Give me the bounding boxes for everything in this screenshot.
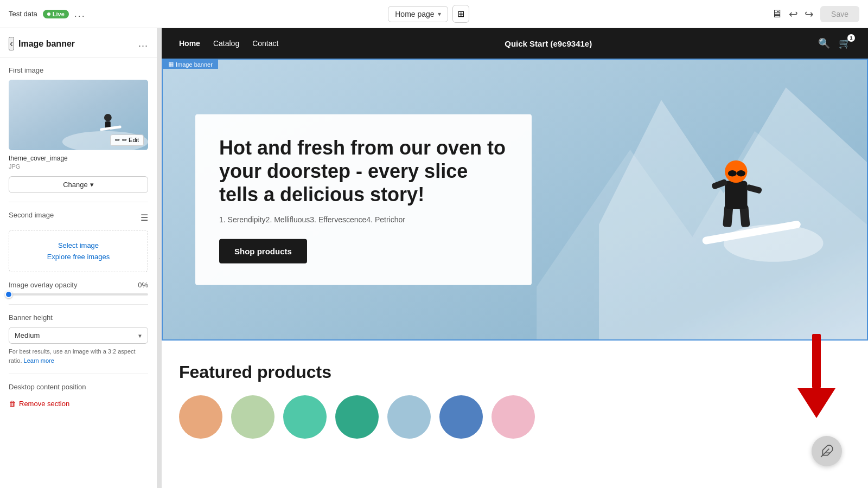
panel-menu-button[interactable]: ... <box>138 38 148 49</box>
banner-label-text: Image banner <box>176 61 213 68</box>
toolbar-center: Home page ▾ ⊞ <box>388 5 469 23</box>
redo-button[interactable]: ↪ <box>805 8 814 21</box>
remove-section-button[interactable]: 🗑 Remove section <box>9 400 69 408</box>
content-position-section: Desktop content position <box>9 383 148 391</box>
shop-preview: Home Catalog Contact Quick Start (e9c934… <box>162 28 868 488</box>
banner-section-label: ▦ Image banner <box>163 60 218 69</box>
banner-section: ▦ Image banner <box>162 59 868 341</box>
svg-rect-9 <box>725 181 747 209</box>
image-preview-wrap: ✏ ✏ Edit <box>9 80 148 150</box>
featured-title: Featured products <box>179 362 851 382</box>
trash-icon: 🗑 <box>9 400 16 408</box>
opacity-label: Image overlay opacity <box>9 281 77 289</box>
explore-free-images-link[interactable]: Explore free images <box>20 253 137 261</box>
feather-floating-button[interactable] <box>812 436 842 466</box>
helper-text: For best results, use an image with a 3:… <box>9 347 148 365</box>
panel-title: Image banner <box>18 39 75 49</box>
toolbar-left: Test data Live ... <box>9 8 86 20</box>
banner-content-box: Hot and fresh from our oven to your door… <box>195 114 532 285</box>
panel-header: ‹ Image banner ... <box>0 28 157 57</box>
banner-subtext: 1. Serendipity2. Mellifluous3. Effervesc… <box>219 215 508 223</box>
cart-badge: 1 <box>847 34 855 42</box>
product-circle-3[interactable] <box>283 395 327 439</box>
grid-icon-button[interactable]: ⊞ <box>452 5 469 23</box>
save-button[interactable]: Save <box>820 6 859 22</box>
nav-right: 🔍 🛒 1 <box>818 37 851 49</box>
page-selector[interactable]: Home page ▾ <box>388 6 448 22</box>
select-image-link[interactable]: Select image <box>20 241 137 249</box>
product-circle-7[interactable] <box>492 395 535 439</box>
preview-area: Home Catalog Contact Quick Start (e9c934… <box>162 28 868 488</box>
divider-3 <box>9 374 148 374</box>
page-selector-label: Home page <box>395 10 434 18</box>
product-circle-2[interactable] <box>231 395 275 439</box>
image-preview: ✏ ✏ Edit <box>9 80 148 150</box>
svg-point-12 <box>737 170 745 176</box>
chevron-down-icon: ▾ <box>438 10 441 18</box>
banner-height-select-wrap: Small Medium Large Adapt to first image … <box>9 327 148 344</box>
first-image-label: First image <box>9 66 148 74</box>
nav-link-catalog[interactable]: Catalog <box>213 39 239 48</box>
nav-link-contact[interactable]: Contact <box>252 39 278 48</box>
live-badge: Live <box>43 10 69 18</box>
banner-height-section: Banner height Small Medium Large Adapt t… <box>9 313 148 365</box>
live-dot <box>47 12 50 16</box>
shop-brand: Quick Start (e9c9341e) <box>505 39 592 48</box>
second-image-placeholder: Select image Explore free images <box>9 230 148 272</box>
back-button[interactable]: ‹ <box>9 37 14 50</box>
image-filename: theme_cover_image <box>9 155 148 162</box>
learn-more-link[interactable]: Learn more <box>24 357 54 364</box>
product-circle-6[interactable] <box>439 395 483 439</box>
top-toolbar: Test data Live ... Home page ▾ ⊞ 🖥 ↩ ↪ S… <box>0 0 868 28</box>
product-circle-5[interactable] <box>387 395 431 439</box>
second-image-label: Second image <box>9 211 54 219</box>
banner-height-select[interactable]: Small Medium Large Adapt to first image <box>9 327 148 344</box>
second-image-header: Second image ☰ <box>9 211 148 224</box>
nav-links: Home Catalog Contact <box>179 39 278 48</box>
chevron-down-icon: ▾ <box>90 181 94 189</box>
toolbar-more-button[interactable]: ... <box>74 8 86 20</box>
desktop-icon[interactable]: 🖥 <box>771 8 782 20</box>
stack-icon: ☰ <box>141 213 148 223</box>
edit-image-button[interactable]: ✏ ✏ Edit <box>110 134 144 146</box>
edit-label: ✏ Edit <box>122 137 139 144</box>
opacity-slider-track[interactable] <box>9 293 148 296</box>
featured-section: Featured products <box>162 341 868 450</box>
nav-link-home[interactable]: Home <box>179 39 200 48</box>
resize-handle[interactable]: ··· <box>157 28 162 488</box>
search-icon[interactable]: 🔍 <box>818 37 830 49</box>
change-image-button[interactable]: Change ▾ <box>9 176 148 193</box>
panel-body: First image <box>0 57 157 416</box>
main-layout: ‹ Image banner ... First image <box>0 28 868 488</box>
opacity-slider-section: Image overlay opacity 0% <box>9 281 148 296</box>
divider-1 <box>9 202 148 202</box>
panel-header-left: ‹ Image banner <box>9 37 75 50</box>
left-panel: ‹ Image banner ... First image <box>0 28 157 488</box>
image-format: JPG <box>9 163 148 170</box>
product-circle-4[interactable] <box>335 395 379 439</box>
svg-point-11 <box>728 170 737 176</box>
remove-section-label: Remove section <box>19 400 69 408</box>
shop-products-button[interactable]: Shop products <box>219 239 307 263</box>
shop-nav: Home Catalog Contact Quick Start (e9c934… <box>162 28 868 59</box>
change-label: Change <box>63 181 88 189</box>
undo-button[interactable]: ↩ <box>789 8 798 21</box>
divider-2 <box>9 304 148 305</box>
opacity-value: 0% <box>138 281 148 289</box>
opacity-slider-thumb[interactable] <box>5 291 12 298</box>
svg-point-15 <box>724 224 824 262</box>
live-text: Live <box>53 11 65 17</box>
grid-icon: ▦ <box>168 61 174 68</box>
test-data-label: Test data <box>9 10 37 18</box>
content-position-label: Desktop content position <box>9 383 148 391</box>
product-circle-1[interactable] <box>179 395 222 439</box>
banner-height-label: Banner height <box>9 313 148 322</box>
opacity-label-row: Image overlay opacity 0% <box>9 281 148 289</box>
products-row <box>179 395 851 439</box>
banner-heading: Hot and fresh from our oven to your door… <box>219 136 508 207</box>
svg-point-2 <box>104 114 112 121</box>
toolbar-right: 🖥 ↩ ↪ Save <box>771 6 859 22</box>
cart-icon[interactable]: 🛒 1 <box>839 37 851 49</box>
pencil-icon: ✏ <box>115 137 120 144</box>
